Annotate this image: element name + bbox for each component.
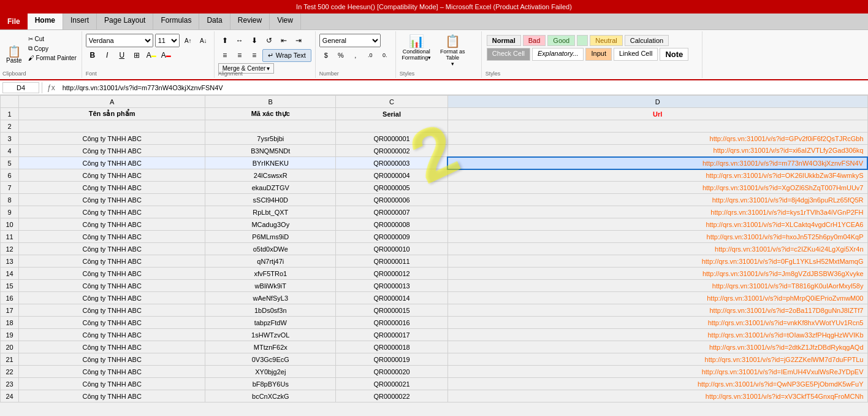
text-rotate-button[interactable]: ↺	[262, 34, 276, 47]
align-center-button[interactable]: ≡	[233, 48, 246, 62]
cell-b[interactable]: RpLbt_QXT	[205, 206, 336, 218]
cell-a[interactable]: Công ty TNHH ABC	[19, 206, 205, 218]
cell-a[interactable]	[19, 120, 205, 133]
cell-a[interactable]: Công ty TNHH ABC	[19, 329, 205, 341]
cell-d[interactable]: http://qrs.vn:31001/v/s?id=kys1rTVlh3a4i…	[447, 206, 867, 218]
cell-a[interactable]: Công ty TNHH ABC	[19, 169, 205, 182]
col-header-b[interactable]: B	[205, 96, 336, 108]
linked-cell-style[interactable]: Linked Cell	[614, 48, 658, 61]
decrease-decimal-button[interactable]: 0.	[378, 48, 392, 62]
explanatory-style[interactable]: Explanatory...	[532, 48, 584, 61]
cell-b[interactable]: P6MLms9iD	[205, 231, 336, 243]
cell-b[interactable]: 7ysr5bjbi	[205, 133, 336, 145]
cell-d[interactable]: http://qrs.vn:31001/v/s?id=OK26IUkkbZw3F…	[447, 169, 867, 182]
cell-a[interactable]: Công ty TNHH ABC	[19, 231, 205, 243]
cell-b[interactable]: 0V3Gc9EcG	[205, 353, 336, 366]
cell-b[interactable]: 24lCswsxR	[205, 169, 336, 182]
tab-formulas[interactable]: Formulas	[153, 13, 199, 29]
cell-b[interactable]: o5td0xDWe	[205, 243, 336, 255]
cell-c[interactable]: QR0000012	[336, 268, 448, 280]
align-top-button[interactable]: ⬆	[218, 34, 232, 47]
cell-d[interactable]: http://qrs.vn:31001/v/s?id=QwNP3GE5PjObm…	[447, 378, 867, 390]
cell-c[interactable]: QR0000017	[336, 329, 448, 341]
cell-d[interactable]: http://qrs.vn:31001/v/s?id=GPv2f0iF6f2Qs…	[447, 133, 867, 145]
cell-d[interactable]: http://qrs.vn:31001/v/s?id=T8816gK0uIAor…	[447, 280, 867, 292]
cell-c[interactable]: QR0000019	[336, 353, 448, 366]
border-button[interactable]: ⊞	[130, 48, 143, 62]
cell-c[interactable]: QR0000006	[336, 194, 448, 206]
cell-b[interactable]: MCadug3Oy	[205, 218, 336, 231]
align-right-button[interactable]: ≡	[248, 48, 261, 62]
cell-c[interactable]: QR0000002	[336, 145, 448, 157]
font-size-select[interactable]: 11	[155, 34, 180, 47]
header-cell-b[interactable]: Mã xác thực	[205, 108, 336, 120]
calculation-style[interactable]: Calculation	[625, 35, 669, 46]
cell-b[interactable]: qN7rtj47i	[205, 255, 336, 268]
cut-button[interactable]: ✂ Cut	[26, 35, 79, 43]
cell-b[interactable]: tabpzFtdW	[205, 317, 336, 329]
cell-a[interactable]: Công ty TNHH ABC	[19, 378, 205, 390]
cell-a[interactable]: Công ty TNHH ABC	[19, 145, 205, 157]
decrease-font-button[interactable]: A↓	[197, 34, 210, 47]
check-cell-style[interactable]: Check Cell	[487, 48, 530, 61]
cell-c[interactable]: QR0000001	[336, 133, 448, 145]
cell-c[interactable]: QR0000011	[336, 255, 448, 268]
currency-button[interactable]: $	[319, 48, 333, 62]
file-menu[interactable]: File	[0, 13, 28, 29]
cell-d[interactable]: http://qrs.vn:31001/v/s?id=2dtkZ1JfzDBdR…	[447, 341, 867, 353]
conditional-formatting-button[interactable]: 📊 ConditionalFormatting▾	[400, 34, 433, 67]
cell-b[interactable]: bcCnXCzkG	[205, 390, 336, 403]
number-format-select[interactable]: General	[319, 34, 381, 47]
input-style[interactable]: Input	[585, 48, 611, 61]
cell-c[interactable]: QR0000009	[336, 231, 448, 243]
cell-b[interactable]	[205, 120, 336, 133]
cell-d[interactable]	[447, 120, 867, 133]
neutral-style[interactable]: Neutral	[590, 35, 622, 46]
header-cell-d[interactable]: Url	[447, 108, 867, 120]
format-painter-button[interactable]: 🖌 Format Painter	[26, 54, 79, 62]
cell-b[interactable]: B3NQM5NDt	[205, 145, 336, 157]
cell-c[interactable]: QR0000021	[336, 378, 448, 390]
tab-page-layout[interactable]: Page Layout	[97, 13, 153, 29]
align-left-button[interactable]: ≡	[218, 48, 232, 62]
cell-b[interactable]: wBliWk9iT	[205, 280, 336, 292]
cell-b[interactable]: MTtznF62x	[205, 341, 336, 353]
cell-d[interactable]: http://qrs.vn:31001/v/s?id=vnkKf8hxVWotY…	[447, 317, 867, 329]
underline-button[interactable]: U	[115, 48, 129, 62]
col-header-a[interactable]: A	[19, 96, 205, 108]
cell-a[interactable]: Công ty TNHH ABC	[19, 317, 205, 329]
cell-b[interactable]: 1sHWTzvOL	[205, 329, 336, 341]
cell-c[interactable]: QR0000005	[336, 182, 448, 194]
cell-d[interactable]: http://qrs.vn:31001/v/s?id=2oBa117D8guNn…	[447, 304, 867, 317]
cell-c[interactable]: QR0000004	[336, 169, 448, 182]
cell-a[interactable]: Công ty TNHH ABC	[19, 341, 205, 353]
cell-c[interactable]: QR0000014	[336, 292, 448, 304]
cell-b[interactable]: ekauDZTGV	[205, 182, 336, 194]
indent-decrease-button[interactable]: ⇤	[277, 34, 291, 47]
format-as-table-button[interactable]: 📋 Format as Table ▾	[436, 34, 470, 67]
increase-font-button[interactable]: A↑	[181, 34, 195, 47]
cell-a[interactable]: Công ty TNHH ABC	[19, 268, 205, 280]
col-header-c[interactable]: C	[336, 96, 448, 108]
cell-a[interactable]: Công ty TNHH ABC	[19, 366, 205, 378]
cell-a[interactable]: Công ty TNHH ABC	[19, 390, 205, 403]
good-style-2[interactable]	[577, 35, 588, 46]
cell-d[interactable]: http://qrs.vn:31001/v/s?id=8j4dgj3n6puRL…	[447, 194, 867, 206]
cell-c[interactable]: QR0000007	[336, 206, 448, 218]
cell-b[interactable]: xfvF5TRo1	[205, 268, 336, 280]
fill-color-button[interactable]: A▬	[145, 48, 158, 62]
cell-d[interactable]: http://qrs.vn:31001/v/s?id=hxoJn5T25h6py…	[447, 231, 867, 243]
cell-b[interactable]: sSCl94H0D	[205, 194, 336, 206]
cell-d[interactable]: http://qrs.vn:31001/v/s?id=xV3CkfT54Gnxq…	[447, 390, 867, 403]
increase-decimal-button[interactable]: .0	[364, 48, 377, 62]
cell-d[interactable]: http://qrs.vn:31001/v/s?id=c2IZKu4i24LgX…	[447, 243, 867, 255]
indent-increase-button[interactable]: ⇥	[292, 34, 305, 47]
tab-insert[interactable]: Insert	[63, 13, 97, 29]
cell-a[interactable]: Công ty TNHH ABC	[19, 194, 205, 206]
cell-c[interactable]: QR0000010	[336, 243, 448, 255]
cell-c[interactable]: QR0000016	[336, 317, 448, 329]
cell-a[interactable]: Công ty TNHH ABC	[19, 280, 205, 292]
font-color-button[interactable]: A▬	[159, 48, 173, 62]
cell-d[interactable]: http://qrs.vn:31001/v/s?id=Jm8gVZdJBSBW3…	[447, 268, 867, 280]
cell-d[interactable]: http://qrs.vn:31001/v/s?id=IEmUH4VxulWsR…	[447, 366, 867, 378]
